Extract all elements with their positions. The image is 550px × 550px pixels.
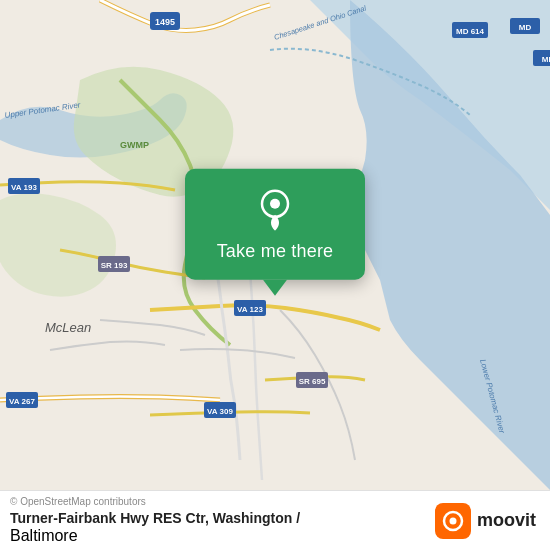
location-name-line2: Baltimore: [10, 527, 78, 544]
popup-tail: [263, 280, 287, 296]
svg-text:VA 193: VA 193: [11, 183, 37, 192]
svg-text:VA 309: VA 309: [207, 407, 233, 416]
svg-text:1495: 1495: [155, 17, 175, 27]
svg-text:MD: MD: [542, 55, 550, 64]
location-popup: Take me there: [185, 169, 365, 296]
moovit-logo[interactable]: moovit: [435, 503, 536, 539]
svg-text:MD 614: MD 614: [456, 27, 485, 36]
svg-point-27: [270, 199, 280, 209]
moovit-text: moovit: [477, 510, 536, 531]
moovit-icon: [435, 503, 471, 539]
footer: © OpenStreetMap contributors Turner-Fair…: [0, 490, 550, 550]
location-pin-icon: [253, 187, 297, 231]
svg-text:MD: MD: [519, 23, 532, 32]
svg-text:SR 193: SR 193: [101, 261, 128, 270]
location-name-line1: Turner-Fairbank Hwy RES Ctr, Washington …: [10, 510, 300, 526]
popup-card[interactable]: Take me there: [185, 169, 365, 280]
svg-point-29: [449, 517, 456, 524]
svg-text:SR 695: SR 695: [299, 377, 326, 386]
copyright-text: © OpenStreetMap contributors: [10, 496, 300, 507]
take-me-there-button[interactable]: Take me there: [217, 241, 334, 262]
footer-info: © OpenStreetMap contributors Turner-Fair…: [10, 496, 300, 545]
svg-text:VA 267: VA 267: [9, 397, 35, 406]
svg-text:VA 123: VA 123: [237, 305, 263, 314]
svg-text:GWMP: GWMP: [120, 140, 149, 150]
location-title: Turner-Fairbank Hwy RES Ctr, Washington …: [10, 509, 300, 545]
svg-text:McLean: McLean: [45, 320, 91, 335]
map-area: 1495 MD 614 VA 193 SR 193 GWMP VA 123 VA…: [0, 0, 550, 490]
